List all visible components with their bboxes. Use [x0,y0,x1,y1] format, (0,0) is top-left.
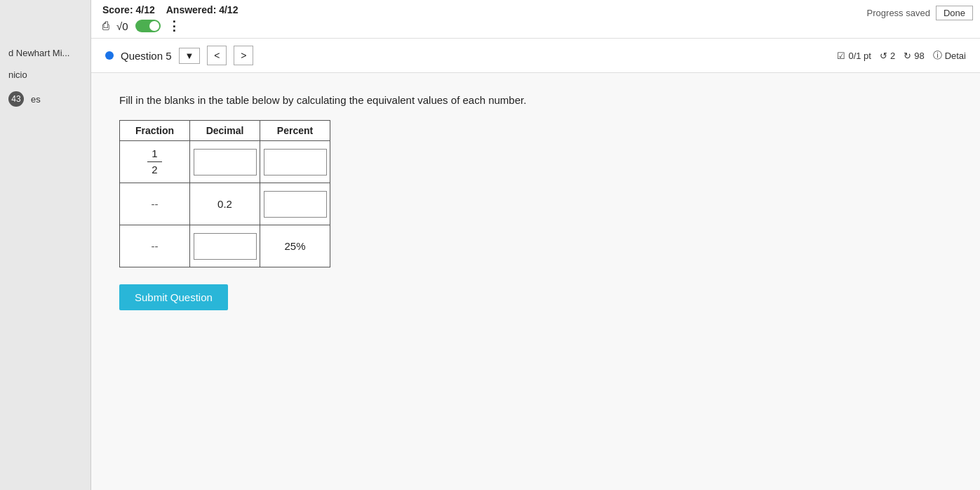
sidebar-exercises[interactable]: 43 es [0,86,90,112]
row3-fraction-dash: -- [152,240,159,252]
detail-meta[interactable]: ⓘ Detai [933,49,966,62]
question-label: Question 5 [121,50,172,62]
exercises-label: es [31,94,41,105]
score-line: Score: 4/12 Answered: 4/12 [102,4,238,15]
fraction-display: 1 2 [120,147,189,176]
toolbar-right: Progress saved Done [867,6,973,20]
prev-question-button[interactable]: < [207,46,227,65]
top-toolbar: Score: 4/12 Answered: 4/12 ⎙ √0 ⋮ Progre… [91,0,980,39]
toolbar-left: Score: 4/12 Answered: 4/12 ⎙ √0 ⋮ [102,4,238,34]
row3-percent-value: 25% [284,240,305,252]
sidebar-inicio-label: nicio [8,69,27,80]
refresh-value: 98 [914,51,924,61]
detail-label: Detai [945,51,966,61]
table-row: -- 25% [120,225,330,267]
row1-fraction-cell: 1 2 [120,141,190,183]
answered-label: Answered: 4/12 [166,4,239,15]
row2-decimal-value: 0.2 [217,198,232,210]
score-meta: ☑ 0/1 pt [837,51,871,61]
retries-value: 2 [890,51,895,61]
exercises-badge: 43 [8,91,24,107]
dropdown-arrow-icon: ▼ [185,51,194,61]
table-header-row: Fraction Decimal Percent [120,121,330,141]
row2-fraction-dash: -- [152,198,159,210]
question-nav-bar: Question 5 ▼ < > ☑ 0/1 pt ↺ 2 ↻ 98 ⓘ Det… [91,39,980,73]
table-row: 1 2 [120,141,330,183]
sqrt-icon[interactable]: √0 [116,20,128,32]
toolbar-icons: ⎙ √0 ⋮ [102,18,238,34]
progress-saved-text: Progress saved [867,8,930,18]
table-row: -- 0.2 [120,183,330,225]
question-meta: ☑ 0/1 pt ↺ 2 ↻ 98 ⓘ Detai [837,49,966,62]
sidebar-inicio[interactable]: nicio [0,64,90,86]
checkbox-icon: ☑ [837,51,845,61]
main-content: Score: 4/12 Answered: 4/12 ⎙ √0 ⋮ Progre… [91,0,980,490]
refresh-icon: ↻ [904,51,911,61]
header-percent: Percent [260,121,330,141]
row1-percent-input[interactable] [264,149,327,176]
submit-question-button[interactable]: Submit Question [119,284,228,310]
header-decimal: Decimal [190,121,260,141]
score-label: Score: 4/12 [102,4,155,15]
fraction-table: Fraction Decimal Percent 1 2 [119,120,330,267]
sidebar-nav-text: d Newhart Mi... [8,48,69,58]
done-button[interactable]: Done [936,6,973,20]
score-meta-value: 0/1 pt [848,51,871,61]
row1-percent-cell[interactable] [260,141,330,183]
fraction-numerator: 1 [147,147,161,162]
row2-percent-cell[interactable] [260,183,330,225]
next-question-button[interactable]: > [234,46,253,65]
question-dropdown[interactable]: ▼ [179,48,201,64]
row3-decimal-input[interactable] [194,233,257,260]
row1-decimal-input[interactable] [194,149,257,176]
question-instruction: Fill in the blanks in the table below by… [119,94,952,106]
question-dot-indicator [105,51,114,60]
toggle-switch[interactable] [135,20,161,32]
retries-meta: ↺ 2 [880,51,895,61]
header-fraction: Fraction [120,121,190,141]
row1-decimal-cell[interactable] [190,141,260,183]
more-icon[interactable]: ⋮ [168,18,180,34]
refresh-meta: ↻ 98 [904,51,924,61]
row3-percent-cell: 25% [260,225,330,267]
sidebar: d Newhart Mi... nicio 43 es [0,0,91,490]
row3-fraction-cell: -- [120,225,190,267]
row3-decimal-cell[interactable] [190,225,260,267]
row2-percent-input[interactable] [264,191,327,218]
print-icon[interactable]: ⎙ [102,20,109,32]
fraction-denominator: 2 [147,162,161,176]
row2-fraction-cell: -- [120,183,190,225]
row2-decimal-cell: 0.2 [190,183,260,225]
info-icon: ⓘ [933,49,942,62]
retry-icon: ↺ [880,51,887,61]
sidebar-nav-label[interactable]: d Newhart Mi... [0,42,90,64]
question-body: Fill in the blanks in the table below by… [91,73,980,331]
